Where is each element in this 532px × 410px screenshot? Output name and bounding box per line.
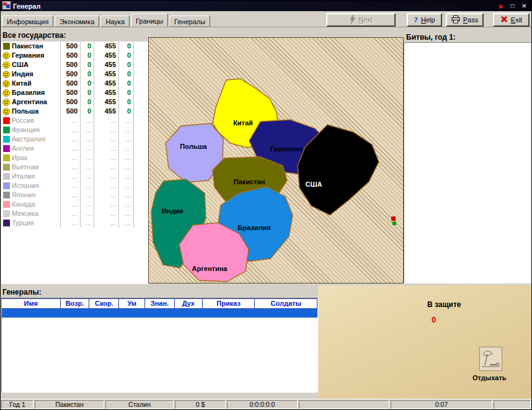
state-row[interactable]: Пакистан50004550 xyxy=(1,42,149,51)
generals-table: ИмяВозр.Скор.УмЗнан.ДухПриказСолдаты xyxy=(1,298,318,393)
state-value: ... xyxy=(119,144,134,153)
help-button-label: Help xyxy=(421,16,435,24)
maximize-button[interactable]: □ xyxy=(507,2,518,10)
state-name: Австралия xyxy=(11,135,61,144)
lightning-icon xyxy=(349,15,355,25)
state-row[interactable]: Испания............ xyxy=(1,181,149,190)
battles-list[interactable] xyxy=(404,42,531,283)
tab-economy[interactable]: Экономика xyxy=(55,16,99,27)
generals-column-header[interactable]: Ум xyxy=(119,299,145,308)
state-row[interactable]: Китай50004550 xyxy=(1,79,149,88)
state-row[interactable]: Франция............ xyxy=(1,125,149,135)
state-name: Турция xyxy=(11,218,61,228)
generals-column-header[interactable]: Скор. xyxy=(89,299,119,308)
state-value: ... xyxy=(61,209,81,218)
state-name: США xyxy=(11,60,61,69)
map-country-label: Аргентина xyxy=(192,265,228,272)
smiley-icon xyxy=(1,61,11,69)
state-value: 0 xyxy=(119,42,134,51)
color-square-icon xyxy=(1,43,11,50)
state-value: 500 xyxy=(61,79,81,88)
next-button[interactable]: Next xyxy=(326,13,396,27)
map-marker-dot xyxy=(392,221,396,225)
state-row[interactable]: Бразилия50004550 xyxy=(1,88,149,97)
help-button[interactable]: ? Help xyxy=(407,13,442,27)
defense-count: 0 xyxy=(432,315,436,324)
state-row[interactable]: Польша50004550 xyxy=(1,107,149,116)
generals-selected-row[interactable] xyxy=(2,309,317,318)
state-row[interactable]: Турция............ xyxy=(1,218,149,228)
state-value: ... xyxy=(61,144,81,153)
pass-button[interactable]: Pass xyxy=(446,13,484,27)
generals-table-header: ИмяВозр.Скор.УмЗнан.ДухПриказСолдаты xyxy=(2,298,317,309)
state-row[interactable]: Италия............ xyxy=(1,172,149,181)
state-name: Япония xyxy=(11,190,61,200)
generals-column-header[interactable]: Возр. xyxy=(61,299,90,308)
exit-button[interactable]: Exit xyxy=(493,13,530,27)
state-value: ... xyxy=(94,218,119,228)
rest-action-label[interactable]: Отдыхать xyxy=(472,374,507,381)
state-name: Бразилия xyxy=(11,88,61,97)
state-value: ... xyxy=(94,181,119,190)
state-row[interactable]: США50004550 xyxy=(1,60,149,69)
state-value: 455 xyxy=(94,97,119,107)
map-country-label: Пакистан xyxy=(234,178,265,185)
state-value: 500 xyxy=(61,107,81,116)
tab-science[interactable]: Наука xyxy=(100,16,130,27)
tab-generals[interactable]: Генералы xyxy=(169,16,210,27)
color-square-icon xyxy=(1,210,11,217)
state-name: Канада xyxy=(11,200,61,209)
state-value: ... xyxy=(81,125,94,135)
generals-panel-title: Генералы: xyxy=(2,288,42,296)
state-value: ... xyxy=(94,135,119,144)
state-row[interactable]: Германия50004550 xyxy=(1,51,149,60)
state-value: 500 xyxy=(61,60,81,69)
state-value: ... xyxy=(81,116,94,125)
color-square-icon xyxy=(1,117,11,124)
status-segment xyxy=(494,400,531,409)
pass-button-label: Pass xyxy=(463,16,478,24)
color-square-icon xyxy=(1,145,11,152)
smiley-icon xyxy=(1,99,11,106)
state-value: 0 xyxy=(81,107,94,116)
state-value: ... xyxy=(81,172,94,181)
state-name: Пакистан xyxy=(11,42,61,51)
state-row[interactable]: Ирак............ xyxy=(1,153,149,163)
generals-column-header[interactable]: Имя xyxy=(2,299,61,308)
state-row[interactable]: Россия............ xyxy=(1,116,149,125)
tab-information[interactable]: Информация xyxy=(2,16,53,27)
state-name: Россия xyxy=(11,116,61,125)
state-row[interactable]: Вьетнам............ xyxy=(1,163,149,172)
tab-borders[interactable]: Границы xyxy=(131,14,168,27)
generals-column-header[interactable]: Дух xyxy=(175,299,203,308)
state-row[interactable]: Канада............ xyxy=(1,200,149,209)
close-button[interactable]: ✕ xyxy=(519,2,530,10)
state-value: ... xyxy=(119,163,134,172)
state-row[interactable]: Аргентина50004550 xyxy=(1,97,149,107)
state-name: Германия xyxy=(11,51,61,60)
state-name: Англия xyxy=(11,144,61,153)
state-value: 0 xyxy=(81,51,94,60)
state-row[interactable]: Англия............ xyxy=(1,144,149,153)
generals-column-header[interactable]: Знан. xyxy=(145,299,175,308)
generals-column-header[interactable]: Солдаты xyxy=(255,299,317,308)
state-value: 0 xyxy=(119,60,134,69)
state-row[interactable]: Австралия............ xyxy=(1,135,149,144)
state-value: ... xyxy=(81,200,94,209)
state-name: Испания xyxy=(11,181,61,190)
state-name: Индия xyxy=(11,69,61,79)
minimize-button[interactable]: ■ xyxy=(495,2,506,10)
state-value: ... xyxy=(119,200,134,209)
state-value: ... xyxy=(61,125,81,135)
states-panel-title: Все государства: xyxy=(2,31,66,40)
app-icon xyxy=(2,1,11,11)
state-row[interactable]: Япония............ xyxy=(1,190,149,200)
color-square-icon xyxy=(1,136,11,143)
state-row[interactable]: Мексика............ xyxy=(1,209,149,218)
generals-column-header[interactable]: Приказ xyxy=(203,299,255,308)
map-country-label: Германия xyxy=(270,145,303,153)
state-value: ... xyxy=(94,190,119,200)
state-name: Ирак xyxy=(11,153,61,163)
rest-icon[interactable] xyxy=(479,347,502,371)
state-row[interactable]: Индия50004550 xyxy=(1,69,149,79)
